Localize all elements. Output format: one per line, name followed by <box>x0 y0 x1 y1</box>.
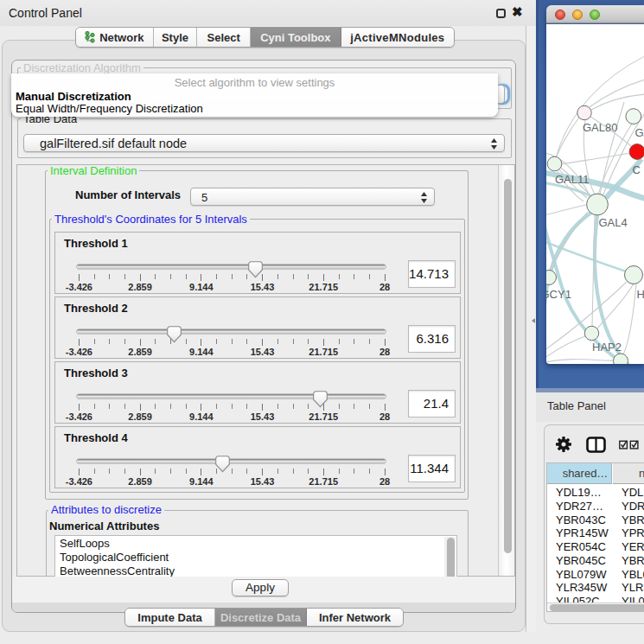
svg-text:GAL80: GAL80 <box>583 121 617 134</box>
svg-text:HAP2: HAP2 <box>592 341 622 354</box>
svg-text:C: C <box>633 163 641 176</box>
svg-text:GA: GA <box>635 126 644 139</box>
svg-text:HI: HI <box>637 288 644 301</box>
svg-text:GAL11: GAL11 <box>555 173 590 186</box>
svg-text:GAL4: GAL4 <box>599 216 628 229</box>
svg-text:GCY1: GCY1 <box>546 288 571 301</box>
